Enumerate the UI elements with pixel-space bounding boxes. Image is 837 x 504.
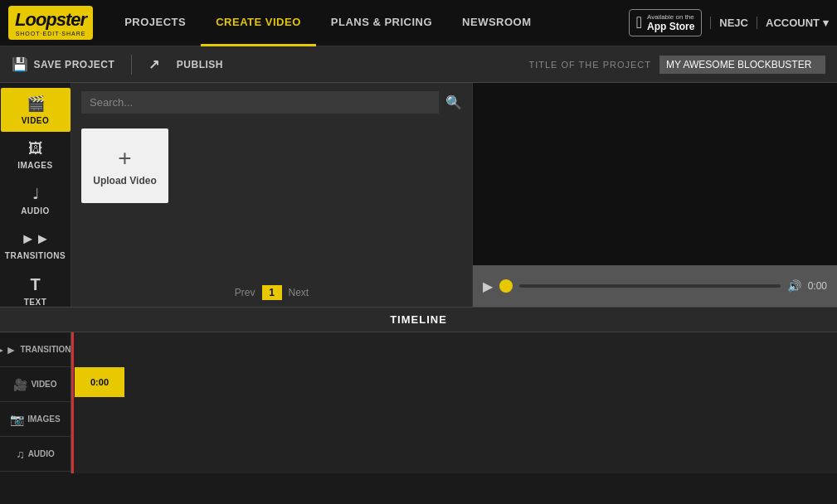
app-store-button[interactable]:  Available on the App Store [629, 9, 703, 36]
media-grid: + Upload Video [71, 122, 472, 279]
timeline-block-time: 0:00 [90, 377, 109, 387]
sidebar-item-video[interactable]: 🎬 VIDEO [1, 88, 71, 132]
audio-track-icon: ♫ [16, 448, 25, 461]
search-bar: 🔍 [71, 83, 472, 122]
sidebar-item-transitions[interactable]: ►► TRANSITIONS [1, 224, 71, 267]
preview-screen [473, 83, 837, 265]
pagination: Prev 1 Next [71, 279, 472, 307]
upload-video-card[interactable]: + Upload Video [81, 128, 168, 203]
export-icon-button[interactable]: ↗ [148, 56, 160, 72]
apple-icon:  [636, 13, 642, 32]
publish-button[interactable]: PUBLISH [177, 59, 223, 70]
sidebar-item-audio[interactable]: ♩ AUDIO [1, 178, 71, 222]
nav-plans-pricing[interactable]: PLANS & PRICING [316, 0, 447, 46]
timeline-body: ►► TRANSITIONS 🎥 VIDEO 📷 IMAGES ♫ AUDIO … [0, 332, 837, 473]
logo[interactable]: Loopster SHOOT·EDIT·SHARE [8, 6, 93, 40]
chevron-down-icon: ▾ [823, 17, 829, 29]
user-name: NEJC [710, 17, 748, 29]
logo-sub: SHOOT·EDIT·SHARE [15, 31, 86, 36]
export-icon: ↗ [148, 56, 160, 72]
save-project-button[interactable]: 💾 SAVE PROJECT [12, 56, 114, 72]
track-label-images: 📷 IMAGES [0, 402, 71, 437]
progress-track[interactable] [519, 284, 781, 288]
video-preview: ▶ 🔊 0:00 [472, 83, 837, 307]
video-track-icon: 🎥 [13, 378, 27, 391]
upload-label: Upload Video [93, 175, 156, 187]
timeline-title: TIMELINE [390, 313, 447, 326]
nav-links: PROJECTS CREATE VIDEO PLANS & PRICING NE… [109, 0, 629, 46]
current-page: 1 [262, 285, 282, 300]
next-page-button[interactable]: Next [289, 287, 309, 298]
app-store-big: App Store [647, 21, 694, 32]
app-store-small: Available on the [647, 13, 694, 21]
video-icon: 🎬 [27, 94, 45, 113]
nav-create-video[interactable]: CREATE VIDEO [201, 0, 316, 46]
search-icon[interactable]: 🔍 [445, 94, 462, 110]
top-navigation: Loopster SHOOT·EDIT·SHARE PROJECTS CREAT… [0, 0, 837, 46]
transitions-icon: ►► [21, 230, 51, 248]
play-button[interactable]: ▶ [483, 279, 493, 294]
images-icon: 🖼 [28, 140, 43, 158]
images-track-icon: 📷 [10, 413, 24, 426]
timeline-block[interactable]: 0:00 [75, 367, 124, 397]
title-label: TITLE OF THE PROJECT [528, 60, 651, 70]
nav-right:  Available on the App Store NEJC ACCOUN… [629, 9, 829, 36]
track-label-video: 🎥 VIDEO [0, 367, 71, 402]
left-sidebar: 🎬 VIDEO 🖼 IMAGES ♩ AUDIO ►► TRANSITIONS … [0, 83, 71, 307]
save-icon: 💾 [12, 56, 29, 72]
volume-icon[interactable]: 🔊 [787, 279, 801, 293]
search-input[interactable] [81, 91, 439, 114]
timeline-header: TIMELINE [0, 308, 837, 332]
progress-handle[interactable] [499, 279, 513, 293]
playback-bar: ▶ 🔊 0:00 [473, 265, 837, 307]
title-section: TITLE OF THE PROJECT [528, 56, 825, 74]
nav-newsroom[interactable]: NEWSROOM [447, 0, 546, 46]
transitions-track-icon: ►► [0, 343, 17, 356]
track-label-audio: ♫ AUDIO [0, 437, 71, 472]
content-panel: 🔍 + Upload Video Prev 1 Next [71, 83, 472, 307]
toolbar-divider [131, 55, 132, 75]
plus-icon: + [118, 145, 131, 172]
timeline-tracks-labels: ►► TRANSITIONS 🎥 VIDEO 📷 IMAGES ♫ AUDIO [0, 332, 71, 473]
time-display: 0:00 [808, 280, 827, 292]
logo-text: Loopster [15, 9, 86, 30]
sidebar-item-text[interactable]: T TEXT [1, 269, 71, 313]
toolbar: 💾 SAVE PROJECT ↗ PUBLISH TITLE OF THE PR… [0, 46, 837, 83]
text-icon: T [30, 275, 40, 294]
timeline-section: TIMELINE ►► TRANSITIONS 🎥 VIDEO 📷 IMAGES… [0, 307, 837, 472]
project-title-input[interactable] [659, 56, 825, 74]
nav-projects[interactable]: PROJECTS [109, 0, 201, 46]
sidebar-item-images[interactable]: 🖼 IMAGES [1, 133, 71, 177]
track-label-transitions: ►► TRANSITIONS [0, 332, 71, 367]
account-menu[interactable]: ACCOUNT ▾ [757, 17, 829, 29]
prev-page-button[interactable]: Prev [235, 287, 255, 298]
audio-icon: ♩ [32, 185, 39, 203]
timeline-content[interactable]: 0:00 [71, 332, 837, 473]
timeline-playhead [71, 332, 74, 473]
